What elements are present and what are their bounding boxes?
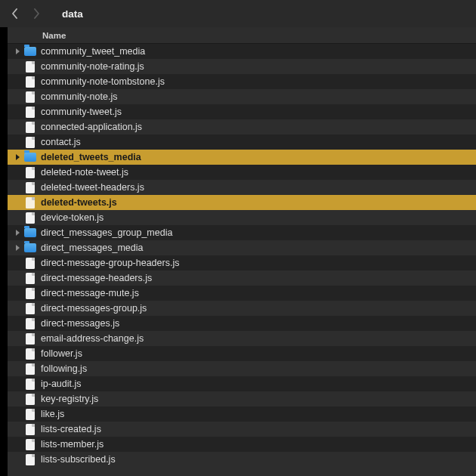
- file-icon: [24, 60, 36, 73]
- file-name: deleted-note-tweet.js: [41, 167, 128, 178]
- file-row[interactable]: community-tweet.js: [8, 104, 476, 119]
- chevron-right-icon: [32, 8, 40, 19]
- file-row[interactable]: device-token.js: [8, 210, 476, 225]
- file-row[interactable]: community-note.js: [8, 89, 476, 104]
- main-area: Name community_tweet_mediacommunity-note…: [0, 27, 476, 476]
- file-row[interactable]: direct_messages_group_media: [8, 225, 476, 240]
- file-icon: [24, 378, 36, 390]
- file-name: lists-created.js: [41, 424, 101, 434]
- folder-icon: [24, 227, 36, 239]
- file-row[interactable]: key-registry.js: [8, 391, 476, 406]
- file-name: ip-audit.js: [41, 379, 82, 389]
- file-name: direct-messages-group.js: [41, 303, 147, 314]
- file-row[interactable]: contact.js: [8, 134, 476, 150]
- file-icon: [24, 136, 36, 148]
- file-row[interactable]: deleted-note-tweet.js: [8, 165, 476, 180]
- file-row[interactable]: deleted-tweets.js: [8, 195, 476, 210]
- nav-back-button[interactable]: [6, 5, 24, 23]
- file-icon: [24, 393, 36, 405]
- file-icon: [24, 272, 36, 284]
- file-icon: [24, 181, 36, 193]
- file-icon: [24, 348, 36, 360]
- file-icon: [24, 121, 36, 133]
- file-icon: [24, 196, 36, 209]
- path-title: data: [62, 8, 83, 20]
- file-name: device-token.js: [41, 212, 104, 223]
- chevron-left-icon: [11, 8, 19, 19]
- file-icon: [24, 332, 36, 345]
- file-icon: [24, 363, 36, 375]
- disclosure-triangle-icon[interactable]: [14, 153, 21, 161]
- file-name: direct-message-mute.js: [41, 288, 139, 298]
- file-row[interactable]: direct-messages-group.js: [8, 301, 476, 316]
- file-icon: [24, 166, 36, 178]
- file-row[interactable]: lists-created.js: [8, 422, 476, 437]
- file-icon: [24, 408, 36, 420]
- file-row[interactable]: following.js: [8, 361, 476, 376]
- file-row[interactable]: deleted-tweet-headers.js: [8, 180, 476, 195]
- file-list-pane[interactable]: Name community_tweet_mediacommunity-note…: [8, 27, 476, 476]
- file-name: direct-message-headers.js: [41, 273, 152, 283]
- file-name: direct-messages.js: [41, 318, 119, 329]
- file-name: follower.js: [41, 348, 82, 359]
- file-icon: [24, 423, 36, 435]
- file-rows: community_tweet_mediacommunity-note-rati…: [8, 44, 476, 467]
- file-row[interactable]: direct-message-headers.js: [8, 270, 476, 286]
- file-name: lists-member.js: [41, 439, 104, 450]
- file-name: community_tweet_media: [41, 46, 145, 57]
- file-name: deleted-tweet-headers.js: [41, 182, 144, 193]
- left-gutter: [0, 27, 8, 476]
- file-icon: [24, 453, 36, 465]
- column-header-name[interactable]: Name: [8, 31, 66, 40]
- file-name: deleted-tweets.js: [41, 197, 117, 208]
- toolbar: data: [0, 0, 476, 27]
- file-name: direct_messages_group_media: [41, 227, 172, 238]
- file-row[interactable]: lists-subscribed.js: [8, 452, 476, 467]
- column-header-row[interactable]: Name: [8, 27, 476, 44]
- file-row[interactable]: direct-message-mute.js: [8, 286, 476, 301]
- file-row[interactable]: lists-member.js: [8, 437, 476, 452]
- file-name: direct-message-group-headers.js: [41, 258, 179, 268]
- file-name: contact.js: [41, 137, 81, 147]
- file-icon: [24, 106, 36, 118]
- file-row[interactable]: like.js: [8, 406, 476, 422]
- file-row[interactable]: direct_messages_media: [8, 240, 476, 255]
- file-name: community-note-rating.js: [41, 61, 144, 72]
- file-name: community-note-tombstone.js: [41, 76, 165, 87]
- file-name: like.js: [41, 409, 64, 419]
- file-name: following.js: [41, 363, 87, 374]
- file-name: community-note.js: [41, 91, 117, 102]
- nav-forward-button[interactable]: [27, 5, 45, 23]
- file-row[interactable]: community_tweet_media: [8, 44, 476, 59]
- folder-icon: [24, 242, 36, 254]
- folder-icon: [24, 45, 36, 57]
- file-row[interactable]: direct-messages.js: [8, 316, 476, 331]
- file-row[interactable]: connected-application.js: [8, 119, 476, 134]
- file-icon: [24, 257, 36, 269]
- file-row[interactable]: deleted_tweets_media: [8, 150, 476, 165]
- file-icon: [24, 287, 36, 299]
- file-row[interactable]: community-note-rating.js: [8, 59, 476, 74]
- disclosure-triangle-icon[interactable]: [14, 229, 21, 236]
- file-row[interactable]: direct-message-group-headers.js: [8, 255, 476, 270]
- file-name: connected-application.js: [41, 122, 142, 132]
- file-name: key-registry.js: [41, 394, 98, 404]
- file-icon: [24, 317, 36, 329]
- file-icon: [24, 302, 36, 314]
- file-row[interactable]: ip-audit.js: [8, 376, 476, 391]
- file-row[interactable]: email-address-change.js: [8, 331, 476, 346]
- folder-icon: [24, 151, 36, 163]
- file-row[interactable]: community-note-tombstone.js: [8, 74, 476, 89]
- file-icon: [24, 212, 36, 224]
- file-icon: [24, 438, 36, 450]
- file-name: direct_messages_media: [41, 243, 144, 253]
- file-name: email-address-change.js: [41, 333, 144, 344]
- file-name: community-tweet.js: [41, 107, 122, 117]
- file-name: lists-subscribed.js: [41, 454, 116, 465]
- disclosure-triangle-icon[interactable]: [14, 244, 21, 252]
- file-icon: [24, 91, 36, 103]
- file-icon: [24, 76, 36, 88]
- file-row[interactable]: follower.js: [8, 346, 476, 361]
- file-name: deleted_tweets_media: [41, 152, 141, 162]
- disclosure-triangle-icon[interactable]: [14, 48, 21, 55]
